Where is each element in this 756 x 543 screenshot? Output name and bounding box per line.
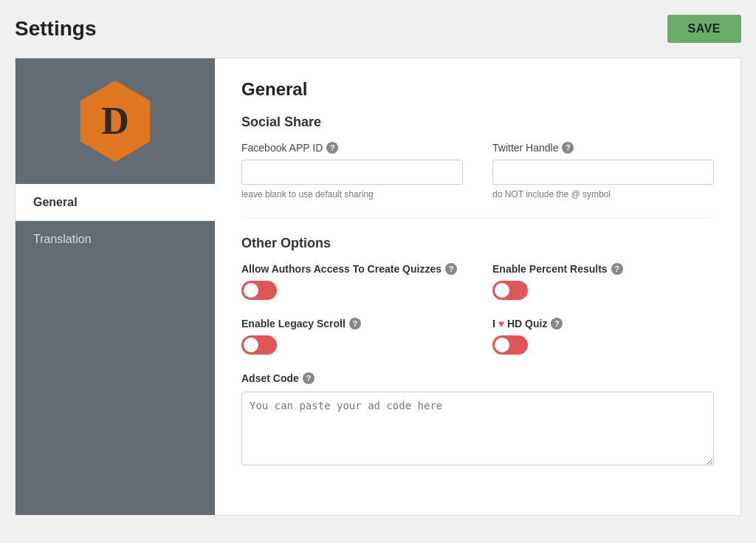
facebook-label-text: Facebook APP ID bbox=[241, 142, 323, 154]
social-share-row: Facebook APP ID ? leave blank to use def… bbox=[241, 142, 714, 199]
save-button[interactable]: SAVE bbox=[667, 15, 741, 43]
hd-quiz-help-icon[interactable]: ? bbox=[551, 318, 563, 329]
sidebar-logo: D bbox=[16, 58, 215, 184]
facebook-label: Facebook APP ID ? bbox=[241, 142, 463, 154]
sidebar-nav: General Translation bbox=[16, 184, 215, 258]
hd-quiz-toggle[interactable] bbox=[492, 335, 528, 355]
allow-authors-label: Allow Authors Access To Create Quizzes ? bbox=[241, 263, 463, 275]
hexagon-shape: D bbox=[75, 81, 156, 162]
logo-hexagon: D bbox=[75, 81, 156, 162]
social-share-title: Social Share bbox=[241, 115, 714, 130]
logo-letter: D bbox=[101, 102, 129, 140]
option-allow-authors: Allow Authors Access To Create Quizzes ? bbox=[241, 263, 463, 300]
sidebar: D General Translation bbox=[16, 58, 215, 515]
enable-percent-help-icon[interactable]: ? bbox=[611, 263, 623, 275]
facebook-app-id-input[interactable] bbox=[241, 160, 463, 185]
enable-legacy-label: Enable Legacy Scroll ? bbox=[241, 318, 463, 329]
adset-help-icon[interactable]: ? bbox=[303, 372, 315, 384]
enable-percent-label: Enable Percent Results ? bbox=[492, 263, 714, 275]
option-enable-legacy: Enable Legacy Scroll ? bbox=[241, 318, 463, 355]
option-enable-percent: Enable Percent Results ? bbox=[492, 263, 714, 300]
allow-authors-track bbox=[241, 281, 277, 300]
twitter-handle-input[interactable] bbox=[492, 160, 714, 185]
adset-section: Adset Code ? bbox=[241, 372, 714, 468]
page-title: Settings bbox=[15, 17, 96, 41]
enable-percent-track bbox=[492, 281, 528, 300]
allow-authors-help-icon[interactable]: ? bbox=[445, 263, 457, 275]
section-title: General bbox=[241, 79, 714, 100]
adset-textarea[interactable] bbox=[241, 392, 714, 465]
sidebar-item-general-label: General bbox=[33, 196, 78, 208]
options-grid: Allow Authors Access To Create Quizzes ?… bbox=[241, 263, 714, 355]
hd-quiz-thumb bbox=[495, 338, 509, 352]
divider bbox=[241, 217, 714, 218]
allow-authors-toggle[interactable] bbox=[241, 281, 277, 300]
twitter-group: Twitter Handle ? do NOT include the @ sy… bbox=[492, 142, 714, 199]
enable-percent-thumb bbox=[495, 283, 509, 298]
adset-label: Adset Code ? bbox=[241, 372, 714, 384]
hd-quiz-label: I ♥ HD Quiz ? bbox=[492, 318, 714, 329]
twitter-label-text: Twitter Handle bbox=[492, 142, 558, 154]
adset-label-text: Adset Code bbox=[241, 372, 299, 384]
facebook-group: Facebook APP ID ? leave blank to use def… bbox=[241, 142, 463, 199]
allow-authors-thumb bbox=[244, 283, 258, 298]
twitter-hint: do NOT include the @ symbol bbox=[492, 189, 714, 199]
sidebar-item-translation[interactable]: Translation bbox=[16, 221, 215, 258]
twitter-label: Twitter Handle ? bbox=[492, 142, 714, 154]
other-options-title: Other Options bbox=[241, 236, 714, 251]
hd-quiz-track bbox=[492, 335, 528, 355]
enable-legacy-toggle[interactable] bbox=[241, 335, 277, 355]
enable-legacy-help-icon[interactable]: ? bbox=[349, 318, 361, 329]
enable-legacy-track bbox=[241, 335, 277, 355]
enable-legacy-thumb bbox=[244, 338, 258, 352]
content-area: General Social Share Facebook APP ID ? l… bbox=[215, 58, 740, 515]
facebook-hint: leave blank to use default sharing bbox=[241, 189, 463, 199]
sidebar-item-translation-label: Translation bbox=[33, 233, 92, 245]
twitter-help-icon[interactable]: ? bbox=[562, 142, 574, 154]
option-hd-quiz: I ♥ HD Quiz ? bbox=[492, 318, 714, 355]
heart-icon: ♥ bbox=[498, 318, 504, 329]
facebook-help-icon[interactable]: ? bbox=[326, 142, 338, 154]
enable-percent-toggle[interactable] bbox=[492, 281, 528, 300]
sidebar-item-general[interactable]: General bbox=[16, 184, 215, 221]
